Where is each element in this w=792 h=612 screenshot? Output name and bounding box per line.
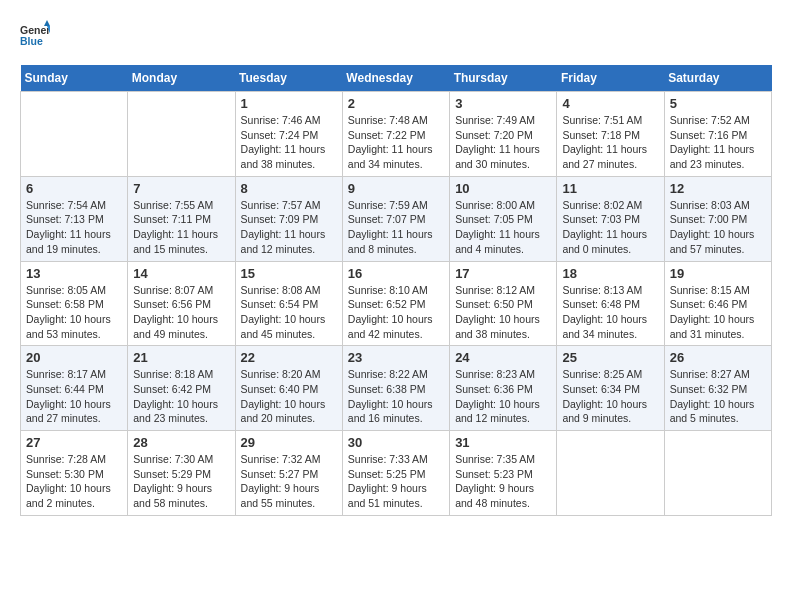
day-number: 2	[348, 96, 444, 111]
day-cell: 5Sunrise: 7:52 AM Sunset: 7:16 PM Daylig…	[664, 92, 771, 177]
day-info: Sunrise: 8:27 AM Sunset: 6:32 PM Dayligh…	[670, 367, 766, 426]
day-number: 7	[133, 181, 229, 196]
header-tuesday: Tuesday	[235, 65, 342, 92]
day-cell: 4Sunrise: 7:51 AM Sunset: 7:18 PM Daylig…	[557, 92, 664, 177]
week-row-3: 13Sunrise: 8:05 AM Sunset: 6:58 PM Dayli…	[21, 261, 772, 346]
day-info: Sunrise: 7:35 AM Sunset: 5:23 PM Dayligh…	[455, 452, 551, 511]
week-row-1: 1Sunrise: 7:46 AM Sunset: 7:24 PM Daylig…	[21, 92, 772, 177]
day-info: Sunrise: 7:52 AM Sunset: 7:16 PM Dayligh…	[670, 113, 766, 172]
day-number: 26	[670, 350, 766, 365]
day-number: 19	[670, 266, 766, 281]
day-info: Sunrise: 8:13 AM Sunset: 6:48 PM Dayligh…	[562, 283, 658, 342]
day-info: Sunrise: 8:05 AM Sunset: 6:58 PM Dayligh…	[26, 283, 122, 342]
day-info: Sunrise: 8:10 AM Sunset: 6:52 PM Dayligh…	[348, 283, 444, 342]
day-info: Sunrise: 8:03 AM Sunset: 7:00 PM Dayligh…	[670, 198, 766, 257]
calendar-table: SundayMondayTuesdayWednesdayThursdayFrid…	[20, 65, 772, 516]
day-info: Sunrise: 7:51 AM Sunset: 7:18 PM Dayligh…	[562, 113, 658, 172]
day-number: 23	[348, 350, 444, 365]
day-cell: 26Sunrise: 8:27 AM Sunset: 6:32 PM Dayli…	[664, 346, 771, 431]
day-cell	[128, 92, 235, 177]
day-number: 16	[348, 266, 444, 281]
day-info: Sunrise: 7:33 AM Sunset: 5:25 PM Dayligh…	[348, 452, 444, 511]
day-info: Sunrise: 7:57 AM Sunset: 7:09 PM Dayligh…	[241, 198, 337, 257]
logo: General Blue	[20, 20, 54, 50]
day-cell: 27Sunrise: 7:28 AM Sunset: 5:30 PM Dayli…	[21, 431, 128, 516]
day-cell: 17Sunrise: 8:12 AM Sunset: 6:50 PM Dayli…	[450, 261, 557, 346]
day-cell: 7Sunrise: 7:55 AM Sunset: 7:11 PM Daylig…	[128, 176, 235, 261]
day-cell: 21Sunrise: 8:18 AM Sunset: 6:42 PM Dayli…	[128, 346, 235, 431]
day-number: 8	[241, 181, 337, 196]
day-cell: 2Sunrise: 7:48 AM Sunset: 7:22 PM Daylig…	[342, 92, 449, 177]
day-cell: 28Sunrise: 7:30 AM Sunset: 5:29 PM Dayli…	[128, 431, 235, 516]
day-cell	[557, 431, 664, 516]
day-info: Sunrise: 8:02 AM Sunset: 7:03 PM Dayligh…	[562, 198, 658, 257]
day-info: Sunrise: 7:48 AM Sunset: 7:22 PM Dayligh…	[348, 113, 444, 172]
day-number: 14	[133, 266, 229, 281]
day-number: 15	[241, 266, 337, 281]
day-info: Sunrise: 8:18 AM Sunset: 6:42 PM Dayligh…	[133, 367, 229, 426]
day-cell: 10Sunrise: 8:00 AM Sunset: 7:05 PM Dayli…	[450, 176, 557, 261]
day-cell: 16Sunrise: 8:10 AM Sunset: 6:52 PM Dayli…	[342, 261, 449, 346]
day-info: Sunrise: 7:30 AM Sunset: 5:29 PM Dayligh…	[133, 452, 229, 511]
day-info: Sunrise: 7:55 AM Sunset: 7:11 PM Dayligh…	[133, 198, 229, 257]
day-info: Sunrise: 7:28 AM Sunset: 5:30 PM Dayligh…	[26, 452, 122, 511]
header-friday: Friday	[557, 65, 664, 92]
day-number: 1	[241, 96, 337, 111]
day-cell: 13Sunrise: 8:05 AM Sunset: 6:58 PM Dayli…	[21, 261, 128, 346]
day-number: 6	[26, 181, 122, 196]
day-number: 24	[455, 350, 551, 365]
day-info: Sunrise: 7:54 AM Sunset: 7:13 PM Dayligh…	[26, 198, 122, 257]
day-cell: 9Sunrise: 7:59 AM Sunset: 7:07 PM Daylig…	[342, 176, 449, 261]
day-info: Sunrise: 8:15 AM Sunset: 6:46 PM Dayligh…	[670, 283, 766, 342]
day-info: Sunrise: 8:00 AM Sunset: 7:05 PM Dayligh…	[455, 198, 551, 257]
header-row: SundayMondayTuesdayWednesdayThursdayFrid…	[21, 65, 772, 92]
page-header: General Blue	[20, 20, 772, 50]
day-number: 3	[455, 96, 551, 111]
day-cell	[664, 431, 771, 516]
day-number: 21	[133, 350, 229, 365]
day-cell: 15Sunrise: 8:08 AM Sunset: 6:54 PM Dayli…	[235, 261, 342, 346]
svg-text:Blue: Blue	[20, 35, 43, 47]
day-cell: 30Sunrise: 7:33 AM Sunset: 5:25 PM Dayli…	[342, 431, 449, 516]
day-number: 20	[26, 350, 122, 365]
day-number: 31	[455, 435, 551, 450]
day-cell: 22Sunrise: 8:20 AM Sunset: 6:40 PM Dayli…	[235, 346, 342, 431]
day-number: 29	[241, 435, 337, 450]
day-number: 12	[670, 181, 766, 196]
header-monday: Monday	[128, 65, 235, 92]
day-cell: 14Sunrise: 8:07 AM Sunset: 6:56 PM Dayli…	[128, 261, 235, 346]
header-thursday: Thursday	[450, 65, 557, 92]
day-info: Sunrise: 8:23 AM Sunset: 6:36 PM Dayligh…	[455, 367, 551, 426]
day-info: Sunrise: 7:49 AM Sunset: 7:20 PM Dayligh…	[455, 113, 551, 172]
day-cell: 23Sunrise: 8:22 AM Sunset: 6:38 PM Dayli…	[342, 346, 449, 431]
day-info: Sunrise: 8:12 AM Sunset: 6:50 PM Dayligh…	[455, 283, 551, 342]
week-row-2: 6Sunrise: 7:54 AM Sunset: 7:13 PM Daylig…	[21, 176, 772, 261]
logo-icon: General Blue	[20, 20, 50, 50]
day-info: Sunrise: 7:32 AM Sunset: 5:27 PM Dayligh…	[241, 452, 337, 511]
day-cell: 18Sunrise: 8:13 AM Sunset: 6:48 PM Dayli…	[557, 261, 664, 346]
day-number: 5	[670, 96, 766, 111]
day-number: 9	[348, 181, 444, 196]
day-cell	[21, 92, 128, 177]
day-number: 4	[562, 96, 658, 111]
header-saturday: Saturday	[664, 65, 771, 92]
day-number: 27	[26, 435, 122, 450]
day-cell: 1Sunrise: 7:46 AM Sunset: 7:24 PM Daylig…	[235, 92, 342, 177]
day-cell: 12Sunrise: 8:03 AM Sunset: 7:00 PM Dayli…	[664, 176, 771, 261]
day-cell: 6Sunrise: 7:54 AM Sunset: 7:13 PM Daylig…	[21, 176, 128, 261]
day-info: Sunrise: 8:07 AM Sunset: 6:56 PM Dayligh…	[133, 283, 229, 342]
day-cell: 31Sunrise: 7:35 AM Sunset: 5:23 PM Dayli…	[450, 431, 557, 516]
day-cell: 19Sunrise: 8:15 AM Sunset: 6:46 PM Dayli…	[664, 261, 771, 346]
week-row-4: 20Sunrise: 8:17 AM Sunset: 6:44 PM Dayli…	[21, 346, 772, 431]
day-number: 11	[562, 181, 658, 196]
day-cell: 11Sunrise: 8:02 AM Sunset: 7:03 PM Dayli…	[557, 176, 664, 261]
day-info: Sunrise: 7:59 AM Sunset: 7:07 PM Dayligh…	[348, 198, 444, 257]
day-number: 13	[26, 266, 122, 281]
week-row-5: 27Sunrise: 7:28 AM Sunset: 5:30 PM Dayli…	[21, 431, 772, 516]
day-number: 22	[241, 350, 337, 365]
day-number: 28	[133, 435, 229, 450]
day-info: Sunrise: 7:46 AM Sunset: 7:24 PM Dayligh…	[241, 113, 337, 172]
day-number: 17	[455, 266, 551, 281]
day-cell: 8Sunrise: 7:57 AM Sunset: 7:09 PM Daylig…	[235, 176, 342, 261]
day-cell: 25Sunrise: 8:25 AM Sunset: 6:34 PM Dayli…	[557, 346, 664, 431]
